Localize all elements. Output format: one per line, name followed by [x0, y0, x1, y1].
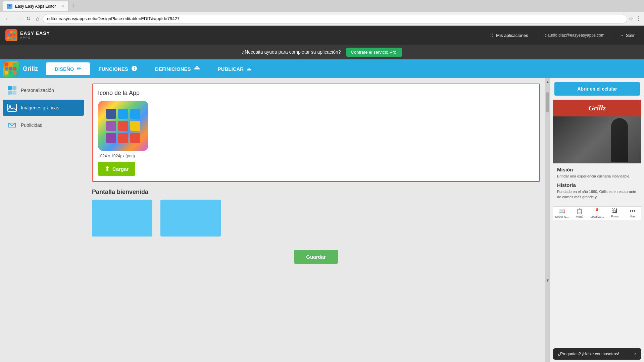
- scroll-down-arrow[interactable]: ▼: [544, 277, 551, 284]
- back-button[interactable]: ←: [3, 14, 12, 23]
- funciones-icon: [131, 65, 138, 73]
- tab-definiciones[interactable]: DEFINICIONES: [146, 62, 209, 76]
- new-tab-button[interactable]: +: [71, 3, 75, 10]
- publicidad-icon: [7, 120, 17, 130]
- imagenes-label: Imágenes gráficas: [21, 105, 59, 110]
- svg-point-9: [196, 67, 198, 69]
- welcome-image-2: [160, 200, 221, 237]
- nav-menu-label: Menú: [576, 215, 584, 218]
- personalizacion-label: Personalización: [21, 88, 54, 93]
- svg-rect-1: [10, 31, 12, 33]
- preview-hero-image: [553, 116, 641, 163]
- preview-mision-text: Brindar una experiencia culinaria inolvi…: [557, 174, 637, 179]
- browser-nav-bar: ← → ↻ ⌂ ☆ ⋮: [0, 12, 644, 25]
- icon-card-section: Icono de la App 1024 x: [92, 84, 540, 182]
- diseno-label: DISEÑO: [55, 66, 74, 72]
- svg-rect-13: [12, 91, 16, 95]
- diseno-icon: ✏: [77, 66, 81, 72]
- nav-mas-label: Más: [630, 215, 635, 218]
- address-bar[interactable]: [43, 14, 627, 23]
- chat-text: ¿Preguntas? ¡Hable con nosotros!: [558, 352, 619, 356]
- user-email: claudio.diaz@easyeasyapps.com: [545, 33, 604, 38]
- open-mobile-button[interactable]: Abrir en el celular: [554, 82, 640, 96]
- svg-rect-0: [7, 31, 9, 33]
- svg-rect-10: [8, 86, 12, 90]
- upload-icon: ⬆: [105, 165, 110, 172]
- sidebar-item-personalizacion[interactable]: Personalización: [3, 82, 84, 98]
- welcome-section: Pantalla bienvenida: [92, 189, 540, 237]
- browser-chrome: E Easy Easy Apps Editor ✕ + ← → ↻ ⌂ ☆ ⋮: [0, 0, 644, 26]
- home-button[interactable]: ⌂: [34, 14, 41, 23]
- welcome-title: Pantalla bienvenida: [92, 189, 540, 196]
- svg-rect-12: [8, 91, 12, 95]
- publicar-icon: ☁: [246, 66, 251, 72]
- main-nav: Grillz DISEÑO ✏ FUNCIONES DEFINICIONES P…: [0, 59, 644, 78]
- tab-title: Easy Easy Apps Editor: [15, 4, 56, 9]
- save-button[interactable]: Guardar: [294, 250, 338, 264]
- nav-localiza-label: Localiza...: [590, 215, 604, 218]
- icon-section-title: Icono de la App: [98, 90, 534, 97]
- nav-fotos-label: Fotos: [611, 215, 619, 218]
- help-banner: ¿Necesita ayuda para completar su aplica…: [0, 45, 644, 59]
- help-banner-text: ¿Necesita ayuda para completar su aplica…: [242, 49, 341, 55]
- header-divider: [539, 30, 539, 40]
- welcome-image-1: [92, 200, 152, 237]
- my-apps-button[interactable]: ⠿ Mis aplicaciones: [485, 31, 533, 40]
- nav-sober-label: Sober N...: [555, 215, 569, 218]
- browser-tab[interactable]: E Easy Easy Apps Editor ✕: [3, 1, 68, 11]
- nav-fotos-icon: 🖼: [612, 208, 617, 214]
- logout-icon: →: [620, 33, 624, 38]
- chat-bubble[interactable]: ¿Preguntas? ¡Hable con nosotros! ×: [553, 348, 641, 360]
- logo-icon: [5, 29, 17, 41]
- tab-diseno[interactable]: DISEÑO ✏: [46, 62, 90, 75]
- forward-button[interactable]: →: [13, 14, 23, 23]
- refresh-button[interactable]: ↻: [24, 14, 33, 23]
- icon-grid: [106, 109, 140, 143]
- apps-grid-icon: ⠿: [490, 33, 493, 38]
- svg-rect-2: [13, 31, 15, 33]
- sidebar-item-publicidad[interactable]: Publicidad: [3, 117, 84, 133]
- preview-nav-open[interactable]: 📖 Sober N...: [553, 208, 571, 218]
- menu-icon[interactable]: ⋮: [636, 15, 641, 22]
- content-area: Personalización Imágenes gráficas Public…: [0, 78, 644, 362]
- preview-body: Misión Brindar una experiencia culinaria…: [553, 163, 641, 206]
- tab-close-button[interactable]: ✕: [61, 4, 64, 8]
- sidebar-item-imagenes[interactable]: Imágenes gráficas: [3, 100, 84, 116]
- preview-mision-title: Misión: [557, 167, 637, 172]
- app-icon-nav: [3, 61, 19, 77]
- url-input[interactable]: [47, 16, 623, 21]
- app-name-nav: Grillz: [23, 65, 38, 72]
- upload-button[interactable]: ⬆ Cargar: [98, 162, 135, 176]
- browser-nav-icons: ☆ ⋮: [629, 15, 641, 22]
- scroll-track[interactable]: ▲ ▼: [545, 78, 550, 362]
- publicidad-label: Publicidad: [21, 122, 43, 128]
- scroll-thumb[interactable]: [546, 92, 549, 112]
- logo-top-text: EASY EASY: [20, 31, 50, 36]
- main-content: Icono de la App 1024 x: [87, 78, 545, 362]
- svg-rect-3: [7, 34, 9, 36]
- preview-nav-mas[interactable]: ••• Más: [624, 208, 641, 218]
- bookmark-icon[interactable]: ☆: [629, 15, 633, 22]
- preview-bottom-nav: 📖 Sober N... 📋 Menú 📍 Localiza... 🖼 Foto…: [553, 206, 641, 220]
- svg-rect-11: [12, 86, 16, 90]
- preview-nav-menu[interactable]: 📋 Menú: [571, 208, 589, 218]
- nav-menu-icon: 📋: [576, 208, 583, 214]
- logo-bottom-text: APPS: [20, 36, 50, 40]
- pro-service-button[interactable]: Contrate el servicio Pro!: [346, 48, 402, 57]
- sidebar: Personalización Imágenes gráficas Public…: [0, 78, 87, 362]
- tab-funciones[interactable]: FUNCIONES: [90, 62, 146, 76]
- tab-publicar[interactable]: PUBLICAR ☁: [209, 62, 260, 75]
- definiciones-icon: [194, 65, 200, 73]
- logout-button[interactable]: → Salir: [615, 31, 639, 40]
- preview-nav-fotos[interactable]: 🖼 Fotos: [606, 208, 624, 218]
- preview-historia-title: Historia: [557, 182, 637, 188]
- svg-rect-5: [13, 34, 15, 36]
- chat-close-icon[interactable]: ×: [634, 352, 637, 356]
- publicar-label: PUBLICAR: [218, 66, 244, 72]
- svg-rect-7: [10, 37, 12, 39]
- preview-app-title: Grillz: [553, 100, 641, 116]
- upload-btn-label: Cargar: [112, 166, 129, 172]
- svg-rect-4: [10, 34, 12, 36]
- preview-nav-localiza[interactable]: 📍 Localiza...: [588, 208, 606, 218]
- preview-panel: Abrir en el celular Grillz Misión Brinda…: [550, 78, 644, 362]
